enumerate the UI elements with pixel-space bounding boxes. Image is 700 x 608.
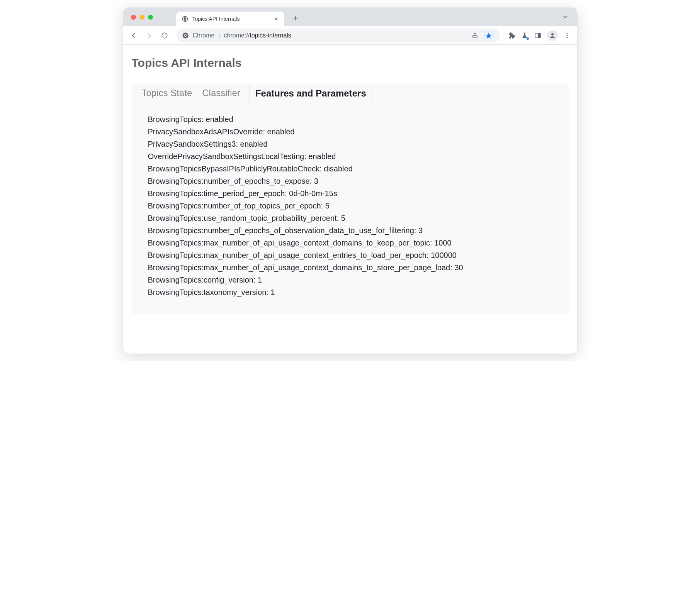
page-content: Topics API Internals Topics State Classi…: [123, 45, 577, 354]
tab-strip: Topics API Internals: [123, 8, 577, 26]
browser-window: Topics API Internals Chrome |: [123, 8, 577, 354]
feature-row: BrowsingTopics:max_number_of_api_usage_c…: [148, 249, 569, 261]
svg-point-3: [184, 34, 186, 36]
features-list: BrowsingTopics: enabled PrivacySandboxAd…: [132, 102, 569, 298]
browser-tab[interactable]: Topics API Internals: [176, 12, 284, 26]
feature-row: PrivacySandboxAdsAPIsOverride: enabled: [148, 125, 569, 138]
feature-row: BrowsingTopics:use_random_topic_probabil…: [148, 212, 569, 224]
feature-row: BrowsingTopics:time_period_per_epoch: 0d…: [148, 187, 569, 200]
tab-title: Topics API Internals: [192, 16, 270, 22]
menu-icon[interactable]: [563, 32, 571, 39]
feature-row: BrowsingTopics:number_of_epochs_to_expos…: [148, 175, 569, 187]
main-panel: Topics State Classifier Features and Par…: [132, 83, 569, 314]
svg-point-7: [551, 33, 554, 36]
svg-point-9: [566, 35, 567, 36]
bookmark-button[interactable]: [483, 30, 494, 41]
feature-row: BrowsingTopics:max_number_of_api_usage_c…: [148, 237, 569, 249]
address-bar[interactable]: Chrome | chrome://topics-internals: [177, 29, 500, 42]
share-icon[interactable]: [472, 32, 478, 39]
labs-icon[interactable]: [521, 32, 528, 39]
chrome-icon: [182, 32, 189, 39]
svg-rect-6: [538, 33, 540, 38]
address-prefix: Chrome: [193, 32, 215, 39]
feature-row: BrowsingTopics:number_of_top_topics_per_…: [148, 200, 569, 212]
close-tab-icon[interactable]: [274, 16, 279, 22]
feature-row: BrowsingTopics:taxonomy_version: 1: [148, 286, 569, 298]
tabs-row: Topics State Classifier Features and Par…: [132, 83, 569, 102]
toolbar-actions: [508, 30, 571, 41]
extensions-icon[interactable]: [508, 32, 515, 39]
tab-classifier[interactable]: Classifier: [202, 84, 240, 102]
feature-row: BrowsingTopics: enabled: [148, 113, 569, 125]
window-controls: [131, 15, 153, 20]
new-tab-button[interactable]: [290, 12, 301, 24]
side-panel-icon[interactable]: [534, 32, 542, 39]
forward-button[interactable]: [143, 29, 156, 42]
svg-point-8: [566, 33, 567, 34]
feature-row: BrowsingTopics:max_number_of_api_usage_c…: [148, 261, 569, 274]
page-title: Topics API Internals: [132, 56, 569, 69]
feature-row: PrivacySandboxSettings3: enabled: [148, 138, 569, 150]
svg-point-10: [566, 37, 567, 38]
minimize-window-button[interactable]: [139, 15, 144, 20]
feature-row: BrowsingTopics:number_of_epochs_of_obser…: [148, 224, 569, 237]
profile-avatar[interactable]: [547, 30, 558, 41]
toolbar: Chrome | chrome://topics-internals: [123, 26, 577, 45]
feature-row: BrowsingTopicsBypassIPIsPubliclyRoutable…: [148, 163, 569, 175]
feature-row: OverridePrivacySandboxSettingsLocalTesti…: [148, 150, 569, 163]
tab-search-button[interactable]: [562, 14, 569, 20]
tab-features-and-parameters[interactable]: Features and Parameters: [250, 84, 372, 102]
globe-icon: [182, 15, 189, 22]
feature-row: BrowsingTopics:config_version: 1: [148, 274, 569, 286]
address-path: topics-internals: [250, 32, 291, 39]
maximize-window-button[interactable]: [148, 15, 153, 20]
address-separator: |: [218, 32, 220, 39]
back-button[interactable]: [127, 29, 140, 42]
tab-topics-state[interactable]: Topics State: [142, 84, 192, 102]
reload-button[interactable]: [158, 29, 171, 42]
address-scheme: chrome://: [224, 32, 250, 39]
close-window-button[interactable]: [131, 15, 136, 20]
